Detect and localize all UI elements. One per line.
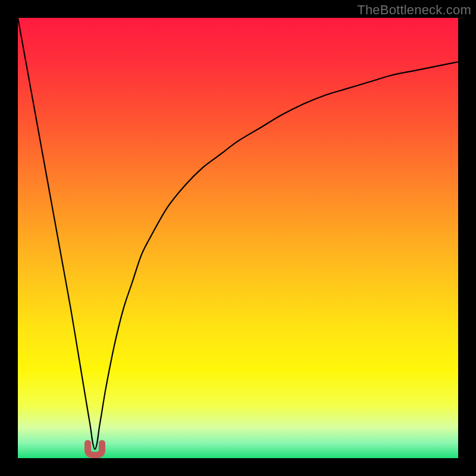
plot-area — [18, 18, 458, 458]
gradient-background — [18, 18, 458, 458]
chart-svg — [18, 18, 458, 458]
watermark-text: TheBottleneck.com — [357, 2, 471, 18]
chart-frame: TheBottleneck.com — [0, 0, 476, 476]
